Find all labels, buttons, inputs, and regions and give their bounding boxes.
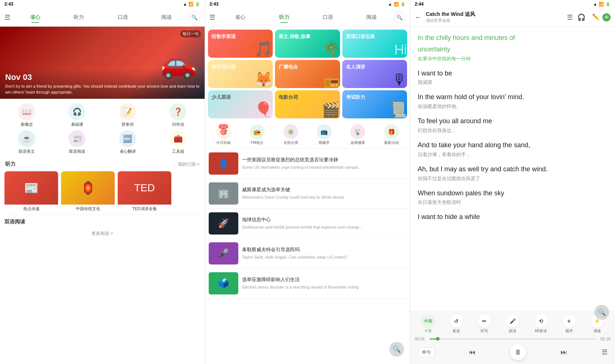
- category-grid: 听歌学英语 🎵 美文,诗歌,故事 🌴 英语口语宝典 Hi 多行业口语 🦊 广播电…: [205, 27, 410, 121]
- cat-oral[interactable]: 英语口语宝典 Hi: [342, 30, 407, 58]
- news-item-4[interactable]: 🎤 泰勒斯威夫特会引导选民吗 Taylor Swift, Hulk Hogan.…: [205, 239, 410, 269]
- icon-video[interactable]: 📺 视频学: [317, 124, 332, 145]
- mode-order[interactable]: ≡ 顺序: [562, 314, 576, 334]
- ai-icon[interactable]: AI: [602, 13, 611, 21]
- list-icon[interactable]: ☰: [567, 13, 573, 21]
- cat-children[interactable]: 少儿英语 🎈: [208, 90, 273, 118]
- cat-radio[interactable]: 广播电台 📻: [275, 60, 340, 88]
- icon-fanyir[interactable]: 🔤 省心翻译: [104, 130, 151, 154]
- hero-overlay: Nov 03 Don't try to win a friend by pres…: [0, 69, 205, 99]
- cat-speech[interactable]: 名人演讲 🎙: [342, 60, 407, 88]
- news-thumb-5: 🗳️: [209, 272, 238, 294]
- status-icons-right: ▲ 📶 🔋: [593, 2, 611, 7]
- mode-zh-en[interactable]: 中英 中英: [421, 314, 435, 334]
- next-button[interactable]: ⏭: [561, 348, 567, 356]
- lyrics-section: In the chilly hours and minutes of uncer…: [410, 27, 615, 311]
- search-fab-right[interactable]: 🔍: [594, 305, 609, 320]
- menu-icon-left[interactable]: ☰: [4, 13, 10, 21]
- playlist-button[interactable]: ☰: [602, 348, 608, 356]
- lyric-en-1: In the chilly hours and minutes of: [418, 33, 608, 43]
- search-fab-mid[interactable]: 🔍: [389, 342, 404, 357]
- icon-podcast[interactable]: 📡 金牌播客: [350, 124, 365, 145]
- lyric-en-1b: uncertainty: [418, 44, 608, 55]
- icon-beicici[interactable]: 📝 背单词: [104, 103, 151, 127]
- mode-follow[interactable]: 🎤 跟读: [506, 314, 519, 334]
- card-hot[interactable]: 📰 热点传递: [4, 171, 58, 213]
- player-controls: 单句 ⏮ ⏸ ⏭ ☰: [410, 343, 615, 364]
- card-culture[interactable]: 🏮 中国传统文化: [61, 171, 115, 213]
- icon-jichuke-label: 基础课: [71, 122, 83, 127]
- tab-tingli-mid[interactable]: 听力: [276, 13, 292, 22]
- mode-ab-repeat[interactable]: ⟲ AB复读: [534, 314, 548, 334]
- word-button[interactable]: 单句: [418, 347, 435, 357]
- small-icons-row: 🎯 0/15 今日目标 📻 FM电台 ✳️ 全部分类 📺 视频学 📡 金牌播客 …: [205, 121, 410, 149]
- tab-yuedu-mid[interactable]: 阅读: [363, 13, 380, 22]
- hero-badge: 每日一句: [180, 30, 201, 37]
- tab-shengxin[interactable]: 省心: [27, 13, 43, 22]
- progress-section: 00:01 02:16: [410, 335, 615, 343]
- tab-yuedu-left[interactable]: 阅读: [158, 13, 175, 22]
- mode-dictation[interactable]: ✏ 听写: [478, 314, 491, 334]
- more-reading-link[interactable]: 更多阅读 >: [4, 228, 200, 240]
- nav-tabs-mid: 省心 听力 口语 阅读: [218, 13, 393, 22]
- progress-bar[interactable]: [430, 338, 596, 340]
- fm-icon: 📻: [250, 124, 265, 139]
- news-content-2: 威斯康星成为选举关键 Wisconsin's Dane County could…: [242, 186, 406, 200]
- icon-all-cat[interactable]: ✳️ 全部分类: [283, 124, 298, 145]
- icon-beicici-label: 背单词: [121, 122, 134, 127]
- lyric-zh-5: 沿着沙滩，牵着你的手，: [418, 151, 608, 158]
- news-item-5[interactable]: 🗳️ 选举应激障碍影响人们生活 Election stress disorder…: [205, 269, 410, 299]
- lyric-en-5: And to take your hand along the sand,: [418, 140, 608, 151]
- edit-icon[interactable]: ✏️: [592, 13, 599, 21]
- song-subtitle: 感动世界金曲: [426, 18, 563, 23]
- tab-tingli-left[interactable]: 听力: [71, 13, 87, 22]
- icon-fanyir-label: 省心翻译: [120, 149, 136, 154]
- icon-fm[interactable]: 📻 FM电台: [250, 124, 265, 145]
- icon-today-goal[interactable]: 🎯 0/15 今日目标: [216, 124, 231, 145]
- news-item-2[interactable]: 🏢 威斯康星成为选举关键 Wisconsin's Dane County cou…: [205, 179, 410, 209]
- card-ted-label: TED演讲全集: [118, 205, 171, 213]
- icon-shuangyumeiwen-circle: ☕: [18, 130, 35, 147]
- icon-xingainian[interactable]: 📖 新概念: [3, 103, 50, 127]
- cat-prose[interactable]: 美文,诗歌,故事 🌴: [275, 30, 340, 58]
- icon-jichuke-circle: 🎧: [68, 103, 85, 120]
- status-icons-left: ▲ 📶 🔋: [183, 2, 200, 7]
- nav-tabs-left: 省心 听力 口语 阅读: [13, 13, 188, 22]
- song-info: Catch the Wind 追风 感动世界金曲: [426, 11, 563, 23]
- cat-movie[interactable]: 电影台词 🎬: [275, 90, 340, 118]
- icon-shuangyumeiwen[interactable]: ☕ 双语美文: [3, 130, 50, 154]
- icon-xingainian-label: 新概念: [21, 122, 33, 127]
- news-item-1[interactable]: 👤 一些美国议员敦促激烈的总统竞选言论要冷静 Some US lawmakers…: [205, 149, 410, 179]
- headphone-icon[interactable]: 🎧: [577, 13, 585, 21]
- tab-shengxin-mid[interactable]: 省心: [232, 13, 248, 22]
- menu-icon-mid[interactable]: ☰: [209, 13, 215, 21]
- icon-toolbox[interactable]: 🧰 工具箱: [154, 130, 202, 154]
- lyric-en-8: I want to hide a while: [418, 212, 608, 222]
- news-thumb-3: 🚀: [209, 212, 238, 235]
- icon-activity[interactable]: 🎁 最新活动: [384, 124, 399, 145]
- cat-songs[interactable]: 听歌学英语 🎵: [208, 30, 273, 58]
- prev-button[interactable]: ⏮: [469, 348, 475, 356]
- tab-kouyu-mid[interactable]: 口语: [320, 13, 336, 22]
- listening-link[interactable]: 我的订阅 >: [178, 161, 199, 168]
- top-nav-left: ☰ 省心 听力 口语 阅读 🔍: [0, 8, 205, 27]
- lyric-zh-3: 你温暖柔情的怀抱.: [418, 103, 608, 110]
- all-cat-icon: ✳️: [283, 124, 298, 139]
- lyric-zh-7: 在日落使天色暗淡时: [418, 199, 608, 206]
- icon-jichuke[interactable]: 🎧 基础课: [53, 103, 101, 127]
- pause-button[interactable]: ⏸: [510, 344, 526, 360]
- cat-industry[interactable]: 多行业口语 🦊: [208, 60, 273, 88]
- player-modes: 中英 中英 ↺ 复述 ✏ 听写 🎤 跟读 ⟲ AB复读 ≡ 顺序: [410, 311, 615, 335]
- cat-exam[interactable]: 考试听力 📜: [342, 90, 407, 118]
- icon-toolbox-circle: 🧰: [169, 130, 186, 147]
- card-ted[interactable]: TED TED演讲全集: [118, 171, 171, 213]
- search-button-mid[interactable]: 🔍: [394, 11, 406, 23]
- news-item-3[interactable]: 🚀 地球信息中心 Smithsonian and NASA present ex…: [205, 209, 410, 239]
- back-button[interactable]: ←: [415, 13, 422, 21]
- icon-shuangyuyuedu[interactable]: 📰 双语阅读: [53, 130, 101, 154]
- search-button-left[interactable]: 🔍: [188, 11, 200, 23]
- tab-kouyu-left[interactable]: 口语: [115, 13, 131, 22]
- mode-repeat[interactable]: ↺ 复述: [450, 314, 463, 334]
- icon-wenzuoye[interactable]: ❓ 问作业: [154, 103, 202, 127]
- right-panel: 2:44 ▲ 📶 🔋 ← Catch the Wind 追风 感动世界金曲 ☰ …: [410, 0, 615, 364]
